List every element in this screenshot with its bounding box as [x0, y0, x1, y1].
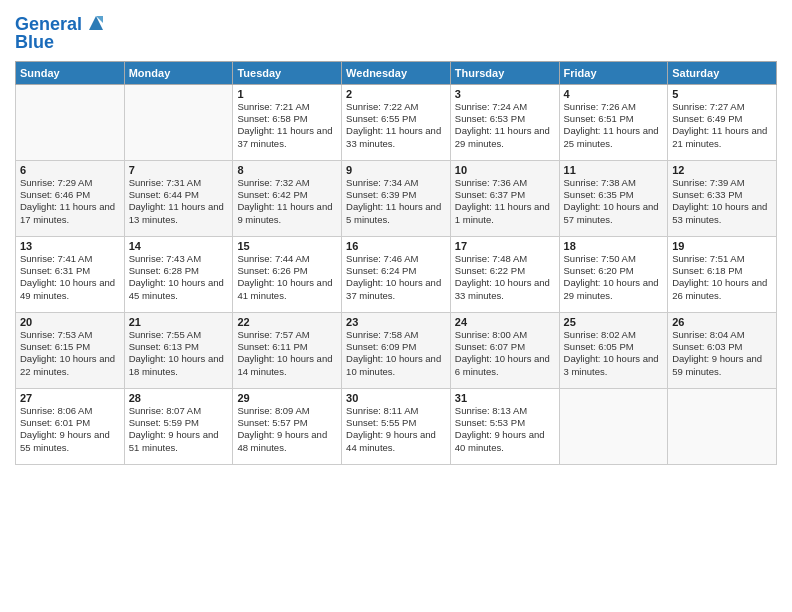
day-info: Daylight: 10 hours and 53 minutes.	[672, 201, 772, 226]
day-info: Sunrise: 7:41 AM	[20, 253, 120, 265]
day-info: Daylight: 9 hours and 40 minutes.	[455, 429, 555, 454]
header: General Blue	[15, 10, 777, 53]
day-number: 19	[672, 240, 772, 252]
calendar-cell: 31Sunrise: 8:13 AMSunset: 5:53 PMDayligh…	[450, 388, 559, 464]
day-info: Sunset: 6:03 PM	[672, 341, 772, 353]
day-number: 8	[237, 164, 337, 176]
day-info: Sunset: 6:42 PM	[237, 189, 337, 201]
day-number: 17	[455, 240, 555, 252]
day-number: 9	[346, 164, 446, 176]
day-info: Daylight: 11 hours and 37 minutes.	[237, 125, 337, 150]
day-info: Sunrise: 7:36 AM	[455, 177, 555, 189]
day-number: 21	[129, 316, 229, 328]
day-info: Daylight: 9 hours and 44 minutes.	[346, 429, 446, 454]
calendar-cell: 7Sunrise: 7:31 AMSunset: 6:44 PMDaylight…	[124, 160, 233, 236]
day-info: Sunset: 6:01 PM	[20, 417, 120, 429]
day-info: Sunrise: 7:29 AM	[20, 177, 120, 189]
day-info: Sunrise: 7:58 AM	[346, 329, 446, 341]
calendar-cell: 28Sunrise: 8:07 AMSunset: 5:59 PMDayligh…	[124, 388, 233, 464]
day-info: Sunrise: 7:26 AM	[564, 101, 664, 113]
calendar-cell	[124, 84, 233, 160]
day-number: 13	[20, 240, 120, 252]
calendar-cell: 15Sunrise: 7:44 AMSunset: 6:26 PMDayligh…	[233, 236, 342, 312]
day-info: Daylight: 9 hours and 48 minutes.	[237, 429, 337, 454]
week-row-3: 20Sunrise: 7:53 AMSunset: 6:15 PMDayligh…	[16, 312, 777, 388]
day-number: 3	[455, 88, 555, 100]
day-number: 29	[237, 392, 337, 404]
day-header-saturday: Saturday	[668, 61, 777, 84]
day-number: 27	[20, 392, 120, 404]
calendar-cell: 30Sunrise: 8:11 AMSunset: 5:55 PMDayligh…	[342, 388, 451, 464]
day-info: Sunset: 6:44 PM	[129, 189, 229, 201]
day-info: Sunset: 5:59 PM	[129, 417, 229, 429]
day-number: 12	[672, 164, 772, 176]
day-info: Sunrise: 7:31 AM	[129, 177, 229, 189]
day-info: Sunset: 5:55 PM	[346, 417, 446, 429]
day-info: Sunrise: 8:00 AM	[455, 329, 555, 341]
day-info: Sunset: 6:46 PM	[20, 189, 120, 201]
day-number: 22	[237, 316, 337, 328]
day-number: 5	[672, 88, 772, 100]
day-info: Sunset: 6:13 PM	[129, 341, 229, 353]
calendar-cell: 3Sunrise: 7:24 AMSunset: 6:53 PMDaylight…	[450, 84, 559, 160]
day-info: Daylight: 10 hours and 29 minutes.	[564, 277, 664, 302]
day-number: 20	[20, 316, 120, 328]
week-row-1: 6Sunrise: 7:29 AMSunset: 6:46 PMDaylight…	[16, 160, 777, 236]
day-info: Daylight: 10 hours and 6 minutes.	[455, 353, 555, 378]
day-info: Sunset: 5:53 PM	[455, 417, 555, 429]
day-info: Daylight: 9 hours and 59 minutes.	[672, 353, 772, 378]
day-info: Daylight: 11 hours and 29 minutes.	[455, 125, 555, 150]
day-number: 16	[346, 240, 446, 252]
calendar-cell: 26Sunrise: 8:04 AMSunset: 6:03 PMDayligh…	[668, 312, 777, 388]
day-info: Daylight: 10 hours and 14 minutes.	[237, 353, 337, 378]
day-info: Sunset: 6:58 PM	[237, 113, 337, 125]
day-info: Sunset: 6:35 PM	[564, 189, 664, 201]
day-info: Sunset: 6:39 PM	[346, 189, 446, 201]
day-info: Sunrise: 8:06 AM	[20, 405, 120, 417]
main-container: General Blue SundayMondayTuesdayWednesda…	[0, 0, 792, 475]
day-info: Sunset: 6:22 PM	[455, 265, 555, 277]
day-number: 25	[564, 316, 664, 328]
calendar-cell: 16Sunrise: 7:46 AMSunset: 6:24 PMDayligh…	[342, 236, 451, 312]
day-info: Daylight: 11 hours and 13 minutes.	[129, 201, 229, 226]
day-info: Sunset: 6:37 PM	[455, 189, 555, 201]
day-info: Sunset: 6:07 PM	[455, 341, 555, 353]
day-info: Sunrise: 7:57 AM	[237, 329, 337, 341]
day-info: Sunset: 6:15 PM	[20, 341, 120, 353]
day-info: Sunrise: 7:44 AM	[237, 253, 337, 265]
day-info: Sunrise: 8:07 AM	[129, 405, 229, 417]
day-info: Sunset: 6:18 PM	[672, 265, 772, 277]
calendar-cell: 29Sunrise: 8:09 AMSunset: 5:57 PMDayligh…	[233, 388, 342, 464]
calendar-cell: 11Sunrise: 7:38 AMSunset: 6:35 PMDayligh…	[559, 160, 668, 236]
day-number: 11	[564, 164, 664, 176]
calendar-cell: 6Sunrise: 7:29 AMSunset: 6:46 PMDaylight…	[16, 160, 125, 236]
day-info: Sunrise: 7:50 AM	[564, 253, 664, 265]
day-info: Sunset: 5:57 PM	[237, 417, 337, 429]
calendar-cell: 21Sunrise: 7:55 AMSunset: 6:13 PMDayligh…	[124, 312, 233, 388]
calendar-cell	[16, 84, 125, 160]
week-row-0: 1Sunrise: 7:21 AMSunset: 6:58 PMDaylight…	[16, 84, 777, 160]
day-info: Sunrise: 8:04 AM	[672, 329, 772, 341]
day-info: Daylight: 10 hours and 49 minutes.	[20, 277, 120, 302]
day-info: Sunrise: 8:11 AM	[346, 405, 446, 417]
day-info: Sunset: 6:05 PM	[564, 341, 664, 353]
day-info: Sunrise: 7:24 AM	[455, 101, 555, 113]
calendar-cell: 24Sunrise: 8:00 AMSunset: 6:07 PMDayligh…	[450, 312, 559, 388]
day-info: Sunrise: 7:55 AM	[129, 329, 229, 341]
calendar-cell: 9Sunrise: 7:34 AMSunset: 6:39 PMDaylight…	[342, 160, 451, 236]
calendar-cell: 13Sunrise: 7:41 AMSunset: 6:31 PMDayligh…	[16, 236, 125, 312]
calendar-cell: 17Sunrise: 7:48 AMSunset: 6:22 PMDayligh…	[450, 236, 559, 312]
calendar-cell: 14Sunrise: 7:43 AMSunset: 6:28 PMDayligh…	[124, 236, 233, 312]
day-number: 14	[129, 240, 229, 252]
day-info: Sunrise: 7:43 AM	[129, 253, 229, 265]
day-number: 6	[20, 164, 120, 176]
day-info: Daylight: 10 hours and 57 minutes.	[564, 201, 664, 226]
day-info: Sunset: 6:33 PM	[672, 189, 772, 201]
day-info: Sunrise: 7:46 AM	[346, 253, 446, 265]
day-info: Daylight: 11 hours and 33 minutes.	[346, 125, 446, 150]
day-info: Sunrise: 7:32 AM	[237, 177, 337, 189]
day-info: Sunrise: 8:02 AM	[564, 329, 664, 341]
day-info: Daylight: 9 hours and 55 minutes.	[20, 429, 120, 454]
day-header-tuesday: Tuesday	[233, 61, 342, 84]
day-info: Sunset: 6:49 PM	[672, 113, 772, 125]
